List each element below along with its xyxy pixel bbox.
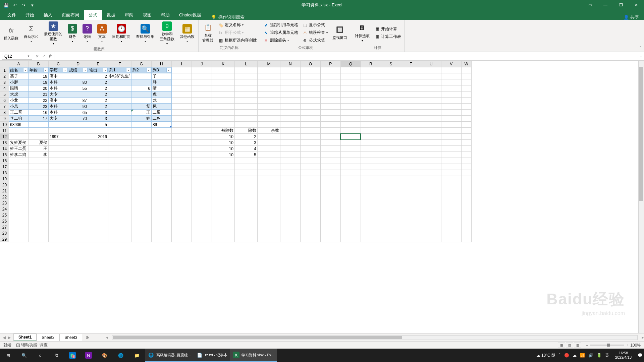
- cell[interactable]: [192, 158, 212, 164]
- cell[interactable]: [68, 73, 88, 79]
- cell[interactable]: 复姓夏侯: [9, 140, 29, 146]
- cell[interactable]: [320, 188, 340, 194]
- cell[interactable]: [108, 194, 131, 200]
- formula-input[interactable]: [54, 52, 637, 60]
- column-header[interactable]: L: [234, 61, 257, 67]
- cell[interactable]: [441, 140, 461, 146]
- cell[interactable]: [212, 98, 234, 104]
- cell[interactable]: [131, 98, 151, 104]
- cell[interactable]: [171, 73, 192, 79]
- cell[interactable]: [171, 182, 192, 188]
- qat-more-icon[interactable]: ▾: [30, 2, 35, 8]
- datetime-button[interactable]: 🕐日期和时间▾: [110, 23, 132, 44]
- cell[interactable]: [280, 128, 300, 134]
- cell[interactable]: [234, 200, 257, 206]
- column-header[interactable]: A: [9, 61, 29, 67]
- zoom-in-icon[interactable]: +: [626, 343, 628, 348]
- cell[interactable]: 本科: [49, 110, 68, 116]
- cell[interactable]: [280, 79, 300, 85]
- cell[interactable]: [108, 152, 131, 158]
- column-header[interactable]: R: [361, 61, 381, 67]
- cell[interactable]: [68, 182, 88, 188]
- cell[interactable]: [257, 92, 280, 98]
- cell[interactable]: [257, 152, 280, 158]
- cell[interactable]: [49, 236, 68, 242]
- cell[interactable]: 1997: [49, 134, 68, 140]
- cell[interactable]: [171, 212, 192, 218]
- tab-formulas[interactable]: 公式: [84, 10, 102, 20]
- cell[interactable]: 龙: [151, 98, 171, 104]
- cell[interactable]: [131, 92, 151, 98]
- cell[interactable]: 夏侯: [29, 140, 49, 146]
- cell[interactable]: [461, 67, 471, 73]
- row-header[interactable]: 1: [0, 67, 9, 73]
- name-box[interactable]: Q12▼: [2, 53, 32, 60]
- cell[interactable]: $A2&"先生": [108, 73, 131, 79]
- cell[interactable]: [461, 146, 471, 152]
- cell[interactable]: [441, 212, 461, 218]
- cell[interactable]: [131, 200, 151, 206]
- cell[interactable]: [257, 212, 280, 218]
- cell[interactable]: [320, 122, 340, 128]
- cell[interactable]: 本科: [49, 79, 68, 85]
- sheet-nav[interactable]: ◀▶: [0, 335, 13, 340]
- tab-insert[interactable]: 插入: [39, 10, 57, 20]
- tray-ime[interactable]: 英: [605, 353, 609, 358]
- cell[interactable]: [401, 140, 421, 146]
- cell[interactable]: [108, 79, 131, 85]
- cell[interactable]: [212, 85, 234, 92]
- cell[interactable]: [88, 176, 108, 182]
- row-header[interactable]: 26: [0, 218, 9, 224]
- cell[interactable]: [257, 116, 280, 122]
- cell[interactable]: 2: [88, 104, 108, 110]
- cell[interactable]: [381, 67, 401, 73]
- cell[interactable]: [192, 200, 212, 206]
- cell[interactable]: [192, 182, 212, 188]
- cell[interactable]: [257, 188, 280, 194]
- cell[interactable]: [401, 200, 421, 206]
- cell[interactable]: 高中: [49, 98, 68, 104]
- cell[interactable]: [320, 67, 340, 73]
- cell[interactable]: [49, 230, 68, 236]
- column-header[interactable]: B: [29, 61, 49, 67]
- logical-button[interactable]: ?逻辑▾: [80, 23, 94, 44]
- cell[interactable]: [108, 98, 131, 104]
- cell[interactable]: [29, 158, 49, 164]
- cell[interactable]: [361, 128, 381, 134]
- column-header[interactable]: E: [88, 61, 108, 67]
- filter-dropdown-icon[interactable]: ▼: [43, 68, 48, 72]
- cell[interactable]: [340, 98, 361, 104]
- cell[interactable]: [421, 67, 441, 73]
- cell[interactable]: [280, 98, 300, 104]
- tab-help[interactable]: 帮助: [156, 10, 174, 20]
- taskbar-store[interactable]: 🛍️: [64, 349, 80, 362]
- cell[interactable]: [151, 182, 171, 188]
- cell[interactable]: [68, 128, 88, 134]
- cell[interactable]: [361, 230, 381, 236]
- cell[interactable]: [300, 73, 320, 79]
- cell[interactable]: [340, 224, 361, 230]
- cell[interactable]: [131, 79, 151, 85]
- cell[interactable]: [29, 188, 49, 194]
- cell[interactable]: [300, 92, 320, 98]
- cell[interactable]: [108, 182, 131, 188]
- cell[interactable]: [257, 98, 280, 104]
- cell[interactable]: [49, 140, 68, 146]
- cell[interactable]: [421, 230, 441, 236]
- cell[interactable]: [300, 194, 320, 200]
- cell[interactable]: [340, 110, 361, 116]
- cell[interactable]: 眼睛: [9, 85, 29, 92]
- cell[interactable]: [151, 224, 171, 230]
- horizontal-scrollbar[interactable]: [112, 335, 638, 340]
- row-header[interactable]: 12: [0, 134, 9, 140]
- cell[interactable]: [320, 134, 340, 140]
- cell[interactable]: [421, 236, 441, 242]
- cell[interactable]: [212, 116, 234, 122]
- cell[interactable]: 李: [29, 152, 49, 158]
- cell[interactable]: [421, 194, 441, 200]
- cell[interactable]: [320, 140, 340, 146]
- cell[interactable]: [361, 104, 381, 110]
- trace-dependents-button[interactable]: ⬊追踪从属单元格: [262, 29, 300, 36]
- cell[interactable]: [257, 140, 280, 146]
- cell[interactable]: [88, 128, 108, 134]
